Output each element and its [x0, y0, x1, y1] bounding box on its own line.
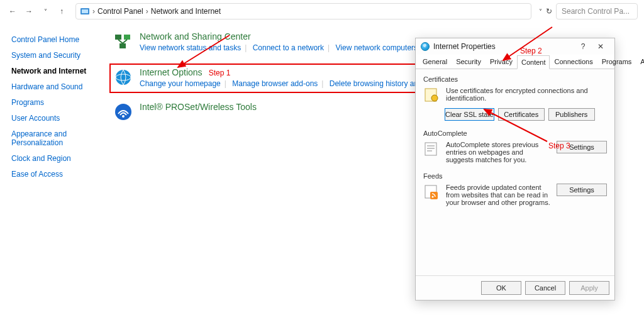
- ok-button[interactable]: OK: [481, 281, 521, 295]
- recent-down[interactable]: ˅: [39, 5, 52, 18]
- sidebar-item-system[interactable]: System and Security: [11, 51, 96, 60]
- svg-rect-1: [82, 9, 88, 13]
- feeds-desc: Feeds provide updated content from websi…: [446, 184, 552, 206]
- feeds-label: Feeds: [423, 172, 607, 180]
- intel-wireless-title[interactable]: Intel® PROSet/Wireless Tools: [140, 102, 257, 112]
- publishers-button[interactable]: Publishers: [548, 108, 595, 121]
- svg-point-10: [122, 115, 125, 118]
- network-sharing-title[interactable]: Network and Sharing Center: [140, 31, 460, 41]
- certificates-desc: Use certificates for encrypted connectio…: [446, 87, 607, 104]
- svg-rect-13: [425, 143, 436, 155]
- dialog-title: Internet Properties: [433, 42, 496, 51]
- svg-rect-3: [124, 35, 130, 40]
- autocomplete-label: AutoComplete: [423, 130, 607, 137]
- sidebar-item-programs[interactable]: Programs: [11, 98, 96, 107]
- feeds-settings-button[interactable]: Settings: [557, 184, 607, 196]
- internet-options-title[interactable]: Internet Options: [140, 67, 203, 77]
- breadcrumb-current[interactable]: Network and Internet: [151, 7, 221, 16]
- svg-rect-18: [430, 192, 438, 199]
- tab-advanced[interactable]: Advanced: [636, 55, 644, 69]
- feeds-icon: [423, 184, 441, 201]
- autocomplete-icon: [423, 141, 441, 158]
- refresh-icon[interactable]: ↻: [546, 7, 552, 16]
- back-button[interactable]: ←: [6, 5, 19, 18]
- svg-point-19: [432, 196, 434, 198]
- tab-connections[interactable]: Connections: [550, 55, 597, 69]
- svg-rect-2: [115, 35, 121, 40]
- svg-point-7: [116, 70, 131, 85]
- network-sharing-icon: [113, 31, 133, 52]
- autocomplete-desc: AutoComplete stores previous entries on …: [446, 141, 552, 163]
- tab-general[interactable]: General: [418, 55, 452, 69]
- link-change-homepage[interactable]: Change your homepage: [140, 79, 221, 88]
- autocomplete-settings-button[interactable]: Settings: [557, 141, 607, 153]
- apply-button[interactable]: Apply: [569, 281, 609, 295]
- sidebar-item-ease[interactable]: Ease of Access: [11, 170, 96, 179]
- breadcrumb-root[interactable]: Control Panel: [97, 7, 143, 16]
- intel-wireless-icon: [113, 102, 133, 122]
- ie-icon: [421, 42, 430, 51]
- certificate-icon: [423, 87, 441, 104]
- sidebar-item-appearance[interactable]: Appearance and Personalization: [11, 130, 96, 147]
- close-button[interactable]: ✕: [592, 42, 609, 51]
- step1-label: Step 1: [209, 69, 231, 77]
- tab-privacy[interactable]: Privacy: [486, 55, 517, 69]
- internet-properties-dialog: Internet Properties ? ✕ General Security…: [415, 38, 615, 301]
- help-button[interactable]: ?: [574, 42, 592, 51]
- clear-ssl-button[interactable]: Clear SSL state: [445, 108, 494, 121]
- svg-line-5: [118, 40, 123, 43]
- addr-drop-icon[interactable]: ˅: [539, 8, 542, 15]
- link-connect-network[interactable]: Connect to a network: [253, 43, 324, 52]
- sidebar-item-clock[interactable]: Clock and Region: [11, 154, 96, 163]
- cancel-button[interactable]: Cancel: [525, 281, 565, 295]
- search-placeholder: Search Control Pa...: [562, 7, 630, 16]
- certificates-label: Certificates: [423, 75, 607, 83]
- svg-point-9: [115, 104, 131, 120]
- forward-button[interactable]: →: [23, 5, 35, 18]
- tab-content[interactable]: Content: [517, 55, 550, 69]
- certificates-button[interactable]: Certificates: [498, 108, 545, 121]
- tab-security[interactable]: Security: [452, 55, 486, 69]
- breadcrumb[interactable]: › Control Panel › Network and Internet: [75, 3, 531, 19]
- svg-rect-4: [119, 43, 126, 48]
- link-view-status[interactable]: View network status and tasks: [140, 43, 241, 52]
- link-manage-addons[interactable]: Manage browser add-ons: [232, 79, 318, 88]
- sidebar-item-users[interactable]: User Accounts: [11, 114, 96, 123]
- svg-point-12: [431, 95, 438, 101]
- sidebar-item-hardware[interactable]: Hardware and Sound: [11, 82, 96, 91]
- svg-line-6: [123, 40, 127, 43]
- sidebar-home[interactable]: Control Panel Home: [11, 35, 96, 44]
- control-panel-icon: [80, 6, 90, 16]
- up-button[interactable]: ↑: [55, 5, 68, 18]
- internet-options-icon: [113, 67, 133, 87]
- sidebar-item-network[interactable]: Network and Internet: [11, 67, 96, 75]
- search-input[interactable]: Search Control Pa...: [556, 3, 638, 19]
- tab-programs[interactable]: Programs: [597, 55, 636, 69]
